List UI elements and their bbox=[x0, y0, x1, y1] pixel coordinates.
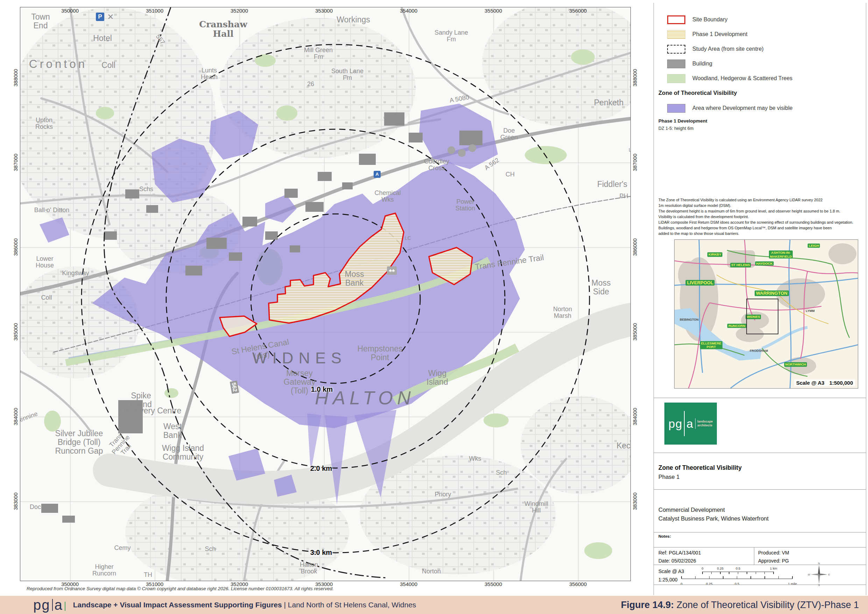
scale-label: Scale @ A3 bbox=[659, 569, 684, 574]
compass-n: N bbox=[818, 562, 820, 565]
inset-label-liverpool: LIVERPOOL bbox=[686, 280, 715, 286]
phase-detail: DZ 1-5: height 6m bbox=[659, 126, 693, 131]
divider bbox=[654, 547, 866, 547]
inset-label-warrington: WARRINGTON bbox=[755, 290, 789, 296]
ztv-heading: Zone of Theoretical Visibility bbox=[659, 90, 737, 96]
map-label-halton: HALTON bbox=[315, 387, 415, 408]
footer-logo-bar-icon bbox=[52, 599, 53, 611]
scalebar-tick bbox=[773, 572, 774, 574]
inset-label-haydock: HAYDOCK bbox=[755, 261, 773, 266]
produced-value: Produced: VM bbox=[758, 550, 789, 555]
scalebar-label: 0.5 bbox=[735, 582, 739, 586]
map-label-workings: Workings bbox=[336, 16, 370, 24]
map-label-st-helens-canal: St Helens Canal (dis) bbox=[231, 337, 291, 365]
map-label-schs: Schs bbox=[139, 186, 153, 193]
map-label-mill-green-fm: Mill Green Fm bbox=[304, 47, 333, 61]
scalebar-tick bbox=[764, 576, 765, 579]
footer-logo-green-bar-icon bbox=[65, 602, 65, 611]
map-label-a562: A 562 bbox=[484, 157, 501, 171]
map-label-doe-green: Doe Green bbox=[500, 127, 518, 141]
grid-label-384000: 384000 bbox=[12, 408, 19, 425]
study-area-swatch bbox=[667, 45, 685, 54]
scalebar-label: 0.25 bbox=[717, 566, 724, 570]
map-label-ch: CH bbox=[505, 171, 515, 178]
map-label-moss-bank: Moss Bank bbox=[345, 270, 364, 288]
grid-label-355000: 355000 bbox=[485, 581, 502, 587]
grid-label-388000: 388000 bbox=[632, 69, 638, 87]
legend-label: Study Area (from site centre) bbox=[692, 46, 764, 52]
project-line2: Catalyst Business Park, Widnes Waterfron… bbox=[659, 515, 769, 522]
map-label-discovery-centre: Discovery Centre bbox=[119, 406, 181, 415]
copyright-note: Reproduced from Ordnance Survey digital … bbox=[26, 586, 334, 591]
map-label-road-26: 26 bbox=[307, 81, 314, 87]
map-label-wigg-island-community: Wigg Island Community bbox=[162, 444, 204, 462]
grid-label-355000: 355000 bbox=[485, 8, 502, 14]
footer-document-title: Landscape + Visual Impact Assessment Sup… bbox=[73, 601, 416, 609]
inset-scale-label: Scale @ A3 bbox=[796, 380, 825, 386]
inset-scale-value: 1:500,000 bbox=[829, 380, 853, 386]
scalebar-label: 0.5 bbox=[736, 566, 740, 570]
map-label-trans-pennine-trail-w: Trans Pennine Trail bbox=[105, 429, 136, 460]
map-label-a5080: A 5080 bbox=[449, 94, 470, 104]
map-label-parking-icon: P bbox=[96, 12, 104, 21]
approved-value: Approved: PG bbox=[758, 558, 789, 564]
logo-letters-pg: pg bbox=[669, 417, 683, 431]
map-label-wks: Wks bbox=[469, 455, 481, 462]
scalebar-label: 0 bbox=[680, 582, 682, 586]
grid-label-385000: 385000 bbox=[632, 323, 638, 340]
drawing-title: Zone of Theoretical Visibility bbox=[659, 464, 742, 471]
compass-e: E bbox=[828, 573, 830, 576]
compass-w: W bbox=[808, 573, 810, 576]
map-label-hempstones-point: Hempstones Point bbox=[357, 345, 402, 362]
building-swatch bbox=[667, 59, 685, 68]
footer-doc-title-bold: Landscape + Visual Impact Assessment Sup… bbox=[73, 601, 282, 609]
map-label-fiddlers: Fiddler's bbox=[597, 180, 627, 189]
map-label-kingsway: Kingsway bbox=[62, 270, 89, 277]
figure-title: Zone of Theoretical Visibility (ZTV)-Pha… bbox=[674, 600, 859, 610]
map-labels-layer: Town EndP✕HotelCrontonCollCranshaw Hall5… bbox=[20, 7, 631, 581]
inset-label-st-helens: ST HELENS bbox=[730, 263, 751, 267]
map-label-coll-1: Coll bbox=[101, 61, 115, 70]
notes-label: Notes: bbox=[659, 534, 671, 538]
legend-label: Area where Development may be visible bbox=[692, 105, 792, 111]
logo-bar-icon bbox=[684, 411, 685, 436]
scalebar-tick bbox=[695, 576, 696, 579]
scalebar-tick bbox=[737, 576, 738, 579]
pgla-logo: pg a landscape architects bbox=[664, 403, 717, 445]
inset-label-leigh: LEIGH bbox=[808, 244, 820, 248]
scalebar-km: 00.250.51 km bbox=[702, 572, 773, 575]
map-label-higher-runcorn: Higher Runcorn bbox=[92, 564, 116, 577]
scalebar-tick bbox=[681, 576, 682, 579]
grid-label-354000: 354000 bbox=[400, 581, 417, 587]
phase1-swatch bbox=[667, 30, 685, 39]
inset-location-map: KIRKBYST HELENSHAYDOCKASHTON-IN- MAKERFI… bbox=[674, 239, 858, 389]
map-label-sandy-lane-fm: Sandy Lane Fm bbox=[434, 30, 468, 43]
grid-label-386000: 386000 bbox=[632, 238, 638, 256]
map-label-spike-island: Spike Island bbox=[130, 392, 152, 409]
map-label-lc-2: LC bbox=[405, 236, 411, 241]
grid-label-387000: 387000 bbox=[12, 154, 19, 171]
map-label-camping-icon: A bbox=[374, 171, 381, 178]
date-value: Date: 05/02/2026 bbox=[659, 558, 696, 564]
phase-heading: Phase 1 Development bbox=[659, 118, 707, 124]
map-label-widnes: WIDNES bbox=[252, 350, 347, 367]
scalebar-tick bbox=[711, 572, 712, 574]
legend-label: Phase 1 Development bbox=[692, 31, 747, 37]
map-label-road-562: 562 bbox=[230, 381, 239, 394]
legend-item-ztv: Area where Development may be visible bbox=[667, 103, 792, 113]
methodology-notes: The Zone of Theoretical Visibility is ca… bbox=[659, 197, 861, 237]
map-label-tree-icon: ♣♣ bbox=[387, 266, 397, 275]
scalebar-tick bbox=[750, 576, 751, 579]
grid-label-352000: 352000 bbox=[231, 8, 248, 14]
divider bbox=[654, 398, 866, 398]
scalebar-label: 1 mile bbox=[788, 582, 797, 586]
map-label-west-bank: West Bank bbox=[163, 422, 181, 440]
inset-study-area-box bbox=[746, 298, 778, 334]
legend-item-woodland: Woodland, Hedgerow & Scattered Trees bbox=[667, 73, 792, 83]
map-label-priory: Priory bbox=[434, 491, 451, 498]
inset-label-runcorn: RUNCORN bbox=[727, 324, 747, 328]
map-label-cronton: Cronton bbox=[29, 58, 87, 70]
scalebar-tick bbox=[709, 576, 710, 579]
grid-label-384000: 384000 bbox=[632, 408, 638, 425]
inset-label-kirkby: KIRKBY bbox=[707, 252, 722, 256]
